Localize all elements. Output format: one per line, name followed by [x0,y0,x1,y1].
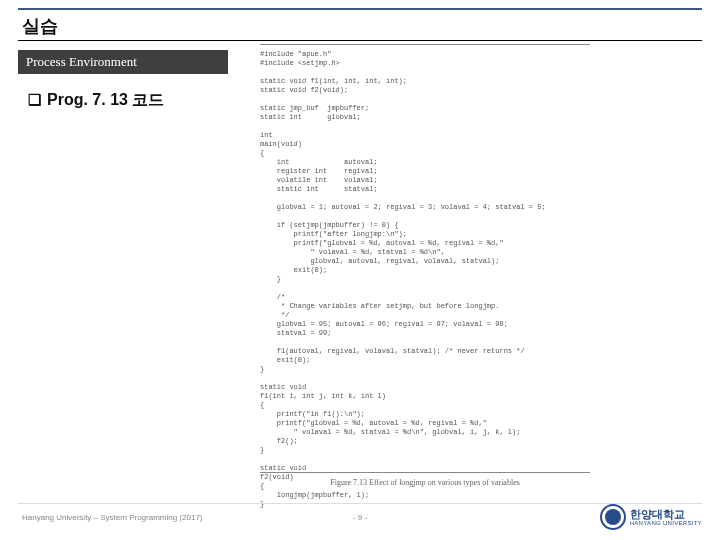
code-listing: #include "apue.h" #include <setjmp.h> st… [260,50,600,509]
slide-title: 실습 [22,14,58,38]
subtitle-box: Process Environment [18,50,228,74]
top-rule [18,8,702,10]
title-underline [18,40,702,41]
university-logo: 한양대학교 HANYANG UNIVERSITY [600,504,702,530]
code-bottom-rule [260,472,590,473]
bullet-prog713: Prog. 7. 13 코드 [28,90,164,111]
logo-english: HANYANG UNIVERSITY [630,520,702,526]
figure-caption: Figure 7.13 Effect of longjmp on various… [260,478,590,487]
logo-emblem-icon [600,504,626,530]
code-top-rule [260,44,590,45]
logo-korean: 한양대학교 [630,509,702,520]
logo-text: 한양대학교 HANYANG UNIVERSITY [630,509,702,526]
